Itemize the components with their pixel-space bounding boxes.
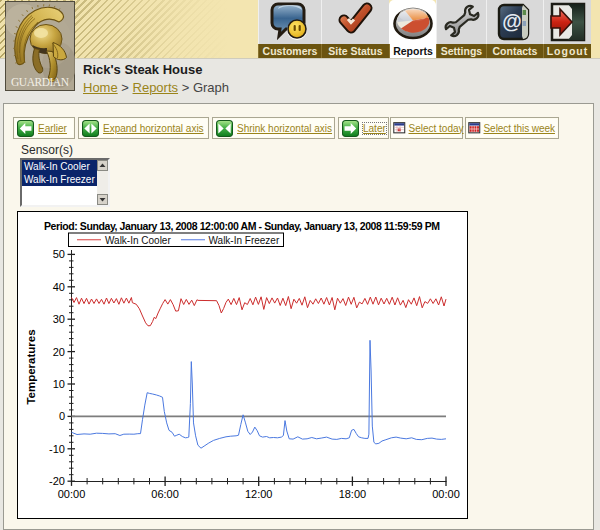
svg-text:Temperatures: Temperatures: [25, 329, 37, 404]
svg-text:40: 40: [53, 281, 65, 293]
svg-text:30: 30: [53, 313, 65, 325]
svg-text:00:00: 00:00: [432, 488, 460, 500]
svg-text:50: 50: [53, 248, 65, 260]
svg-text:06:00: 06:00: [151, 488, 179, 500]
svg-text:@: @: [502, 10, 522, 32]
svg-text:20: 20: [53, 346, 65, 358]
svg-text:12:00: 12:00: [245, 488, 273, 500]
svg-text:18:00: 18:00: [339, 488, 367, 500]
svg-text:-10: -10: [49, 443, 65, 455]
svg-text:Walk-In Cooler: Walk-In Cooler: [105, 235, 171, 246]
svg-text:-20: -20: [49, 475, 65, 487]
svg-text:Walk-In Freezer: Walk-In Freezer: [209, 235, 280, 246]
svg-text:10: 10: [53, 378, 65, 390]
svg-text:0: 0: [59, 410, 65, 422]
svg-text:Period: Sunday, January 13, 20: Period: Sunday, January 13, 2008 12:00:0…: [44, 220, 440, 232]
svg-text:00:00: 00:00: [58, 488, 86, 500]
svg-text:GUARDIAN: GUARDIAN: [11, 76, 70, 88]
